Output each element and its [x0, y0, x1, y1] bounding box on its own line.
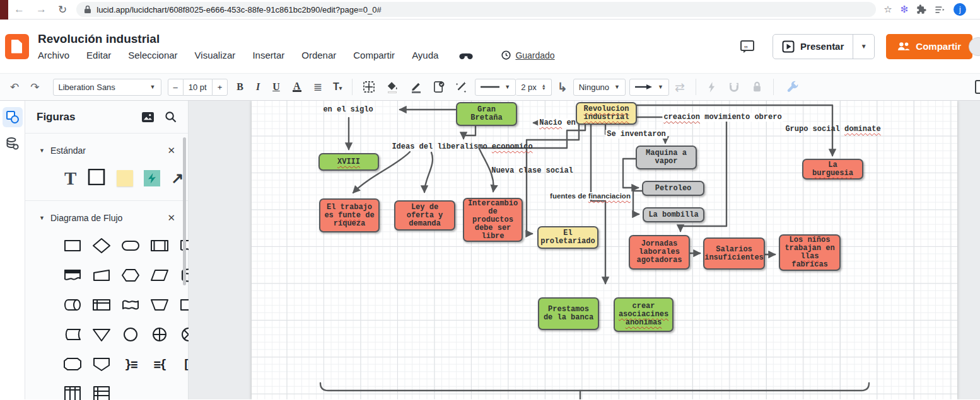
shape-connector[interactable]: [121, 326, 140, 345]
shape-grid-columns[interactable]: [63, 386, 82, 400]
search-icon[interactable]: [165, 111, 177, 123]
font-size-value[interactable]: 10 pt: [184, 79, 212, 96]
shape-manual-input[interactable]: [92, 267, 111, 286]
edge-label-en-el-siglo[interactable]: en el siglo: [323, 105, 373, 114]
node-crear-asociaciones[interactable]: crearasociacinesanonimas: [614, 297, 674, 332]
shape-text[interactable]: T: [64, 170, 76, 187]
edge-label-grupo-social[interactable]: Grupo social dominate: [785, 125, 880, 134]
shape-brace-left[interactable]: ≡{: [150, 356, 169, 375]
node-petroleo[interactable]: Petroleo: [642, 181, 704, 196]
node-maquina-vapor[interactable]: Maquina avapor: [636, 146, 697, 169]
edge-label-nacio-en[interactable]: Nacio en: [538, 118, 577, 127]
profile-avatar[interactable]: j: [954, 3, 966, 16]
shape-merge[interactable]: [92, 326, 111, 345]
edge-label-creacion-movimiento[interactable]: creacion movimiento obrero: [662, 113, 783, 122]
lucidchart-logo[interactable]: [5, 34, 29, 59]
menu-ayuda[interactable]: Ayuda: [412, 50, 438, 60]
shape-stored-data[interactable]: [63, 326, 82, 345]
shape-display[interactable]: [63, 356, 82, 375]
data-linking-tab[interactable]: [3, 134, 23, 154]
panel-toggle-partial[interactable]: [975, 80, 980, 94]
line-width-stepper[interactable]: 2 px ▲▼: [516, 79, 552, 96]
table-icon[interactable]: [363, 81, 375, 93]
collapse-triangle-icon[interactable]: ▼: [39, 147, 45, 154]
shape-decision[interactable]: [92, 237, 111, 256]
text-align-icon[interactable]: ≣: [313, 81, 322, 94]
lock-icon[interactable]: [752, 81, 762, 93]
shape-arrow-northeast[interactable]: ↗: [171, 170, 184, 186]
reading-list-icon[interactable]: [935, 5, 945, 14]
saved-status[interactable]: Guardado: [501, 50, 554, 60]
node-ley-oferta[interactable]: Ley deoferta ydemanda: [394, 200, 455, 231]
shape-data[interactable]: [150, 267, 169, 286]
bookmark-star-icon[interactable]: ☆: [884, 4, 892, 15]
wrench-icon[interactable]: [786, 81, 799, 93]
menu-archivo[interactable]: Archivo: [38, 50, 69, 60]
node-la-bombilla[interactable]: La bombilla: [643, 207, 704, 222]
extension-snowflake-icon[interactable]: ❇: [901, 4, 909, 15]
image-icon[interactable]: [141, 111, 155, 123]
shape-process[interactable]: [63, 237, 82, 256]
present-button[interactable]: Presentar: [773, 40, 853, 53]
underline-button[interactable]: U: [272, 81, 280, 93]
binoculars-icon[interactable]: [459, 51, 473, 60]
text-color-button[interactable]: A: [293, 83, 301, 92]
menu-visualizar[interactable]: Visualizar: [195, 50, 236, 60]
bold-button[interactable]: B: [236, 81, 243, 93]
shapes-panel-tab[interactable]: [3, 107, 23, 127]
node-salarios[interactable]: Salariosinsuficientes: [703, 237, 765, 270]
node-revolucion-industrial[interactable]: Revolucionindustrial: [576, 102, 637, 125]
menu-compartir[interactable]: Compartir: [353, 50, 395, 60]
edge-label-ideas-liberalismo[interactable]: Ideas del liberalismo economico: [392, 142, 532, 151]
diagram-canvas[interactable]: GranBretañaRevolucionindustrialXVIIIEl t…: [189, 101, 980, 399]
node-prestamos[interactable]: Prestamosde la banca: [538, 297, 599, 330]
font-family-select[interactable]: Liberation Sans ▼: [53, 79, 161, 96]
font-size-increase[interactable]: +: [212, 79, 228, 96]
shape-brace-right[interactable]: }≡: [121, 356, 140, 375]
close-section-icon[interactable]: ✕: [167, 212, 175, 224]
node-la-burguesia[interactable]: Laburguesia: [802, 159, 863, 180]
share-button[interactable]: Compartir: [886, 34, 972, 59]
shape-preparation[interactable]: [121, 267, 140, 286]
fill-color-button[interactable]: [387, 81, 398, 93]
shape-predefined-process[interactable]: [150, 237, 169, 256]
comment-icon[interactable]: ,,: [740, 39, 755, 54]
shape-direct-access-storage[interactable]: [63, 297, 82, 316]
shape-or[interactable]: [150, 326, 169, 345]
hotspot-lightning-icon[interactable]: [708, 81, 716, 93]
shape-grid-rows[interactable]: [92, 386, 111, 400]
line-end-select[interactable]: ▼: [629, 79, 669, 96]
node-los-ninos[interactable]: Los niñostrabajan enllasfabricas: [779, 234, 841, 271]
node-jornadas[interactable]: Jornadaslaboralesagotadoras: [629, 235, 690, 270]
shape-paper-tape[interactable]: [121, 297, 140, 316]
close-section-icon[interactable]: ✕: [167, 145, 175, 156]
shape-sticky-note[interactable]: [117, 170, 133, 186]
node-gran-bretana[interactable]: GranBretaña: [456, 102, 517, 126]
address-bar[interactable]: lucid.app/lucidchart/608f8025-e666-453c-…: [76, 2, 876, 17]
shape-options-icon[interactable]: [433, 81, 445, 93]
puzzle-extensions-icon[interactable]: [916, 4, 926, 14]
shape-lightning-tile[interactable]: [144, 170, 160, 186]
connector-elbow-icon[interactable]: ↳: [557, 80, 568, 94]
edge-label-fuentes-financiacion[interactable]: fuentes de financiacion: [549, 192, 632, 200]
collapse-triangle-icon[interactable]: ▼: [39, 215, 45, 221]
italic-button[interactable]: I: [256, 81, 260, 93]
text-options-button[interactable]: T▾: [333, 81, 342, 93]
shape-rectangle[interactable]: [87, 169, 106, 188]
forward-icon[interactable]: →: [36, 3, 47, 16]
edge-label-se-inventaron[interactable]: Se inventaron: [605, 130, 667, 139]
shape-document-shaded[interactable]: [63, 267, 82, 286]
magic-wand-icon[interactable]: [455, 81, 467, 93]
reload-icon[interactable]: ↻: [58, 3, 67, 16]
document-title[interactable]: Revolución industrial: [38, 32, 555, 46]
line-start-select[interactable]: Ninguno ▼: [573, 79, 626, 96]
menu-insertar[interactable]: Insertar: [252, 50, 284, 60]
magnetize-icon[interactable]: [728, 81, 740, 93]
shape-manual-operation[interactable]: [150, 297, 169, 316]
menu-editar[interactable]: Editar: [86, 50, 111, 60]
edge-label-nueva-clase-social[interactable]: Nueva clase social: [491, 166, 573, 175]
line-style-select[interactable]: ▼: [475, 79, 516, 96]
back-icon[interactable]: ←: [14, 3, 25, 16]
node-intercambio[interactable]: Intercambiodeproductosdebe serlibre: [463, 198, 523, 242]
node-xviii[interactable]: XVIII: [318, 153, 379, 171]
